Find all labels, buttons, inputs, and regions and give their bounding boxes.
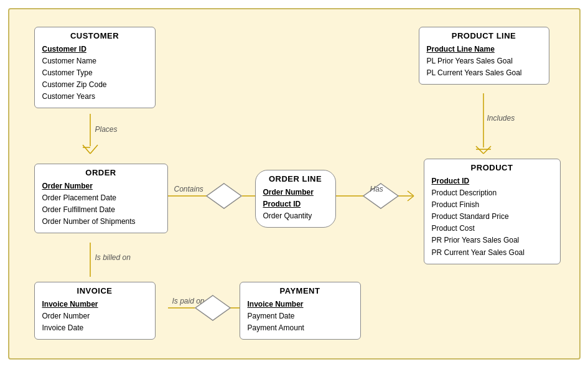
contains-diamond [205,182,243,210]
customer-attr-1: Customer Name [42,55,147,67]
order-entity: ORDER Order Number Order Placement Date … [34,164,168,234]
has-label: Has [370,185,383,193]
invoice-attr-1: Order Number [42,310,147,322]
svg-line-2 [90,145,98,154]
product-attr-6: PR Current Year Sales Goal [432,247,553,259]
product-attr-1: Product Description [432,187,553,199]
customer-attr-2: Customer Type [42,67,147,79]
includes-label: Includes [487,114,515,123]
invoice-attr-2: Invoice Date [42,322,147,334]
svg-line-15 [483,146,491,154]
order-line-pk2: Product ID [263,198,328,210]
svg-line-1 [83,145,90,154]
order-line-attr-1: Order Quantity [263,210,328,222]
payment-entity: PAYMENT Invoice Number Payment Date Paym… [240,282,361,340]
product-title: PRODUCT [432,163,553,172]
order-attr-1: Order Placement Date [42,192,160,204]
invoice-entity: INVOICE Invoice Number Order Number Invo… [34,282,156,340]
product-line-title: PRODUCT LINE [427,31,541,40]
product-line-entity: PRODUCT LINE Product Line Name PL Prior … [419,27,549,85]
payment-attr-2: Payment Amount [248,322,353,334]
customer-title: CUSTOMER [42,31,147,40]
invoice-pk: Invoice Number [42,299,147,310]
order-line-pk1: Order Number [263,187,328,198]
product-entity: PRODUCT Product ID Product Description P… [424,159,561,264]
order-line-entity: ORDER LINE Order Number Product ID Order… [255,170,336,228]
svg-line-12 [408,196,414,201]
invoice-title: INVOICE [42,286,147,295]
order-line-title: ORDER LINE [263,174,328,184]
payment-title: PAYMENT [248,286,353,295]
customer-entity: CUSTOMER Customer ID Customer Name Custo… [34,27,156,109]
diagram-container: CUSTOMER Customer ID Customer Name Custo… [8,8,581,360]
product-attr-5: PR Prior Years Sales Goal [432,235,553,246]
places-label: Places [95,125,118,134]
customer-attr-4: Customer Years [42,91,147,103]
contains-label: Contains [174,185,203,193]
svg-line-14 [476,146,483,154]
is-billed-on-label: Is billed on [95,253,131,262]
product-line-attr-1: PL Prior Years Sales Goal [427,55,541,67]
svg-marker-24 [195,295,230,320]
product-attr-4: Product Cost [432,223,553,235]
is-paid-on-diamond [194,294,231,322]
payment-pk: Invoice Number [248,299,353,310]
product-line-attr-2: PL Current Years Sales Goal [427,67,541,79]
order-attr-3: Order Number of Shipments [42,216,160,228]
payment-attr-1: Payment Date [248,310,353,322]
product-attr-3: Product Standard Price [432,211,553,223]
product-line-pk: Product Line Name [427,44,541,55]
order-title: ORDER [42,168,160,177]
product-pk: Product ID [432,175,553,187]
customer-attr-3: Customer Zip Code [42,79,147,91]
product-attr-2: Product Finish [432,199,553,211]
order-attr-2: Order Fulfillment Date [42,204,160,216]
order-pk: Order Number [42,180,160,192]
svg-line-11 [408,191,414,196]
svg-marker-22 [207,184,241,208]
customer-pk: Customer ID [42,44,147,55]
